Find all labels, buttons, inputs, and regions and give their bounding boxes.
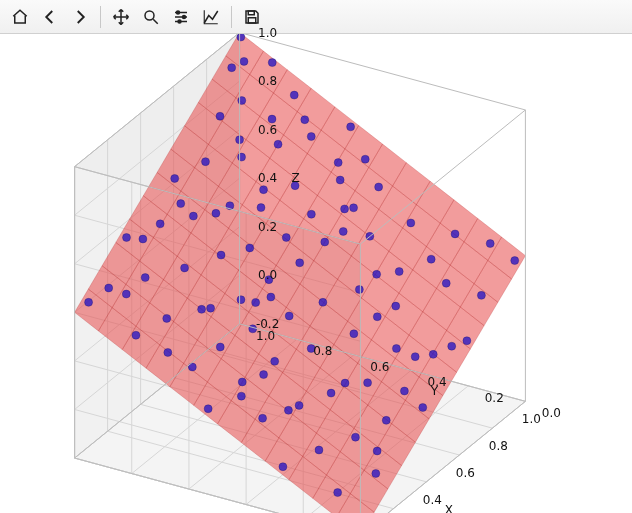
svg-point-239 — [373, 270, 381, 278]
home-button[interactable] — [6, 3, 34, 31]
svg-point-246 — [296, 259, 304, 267]
svg-point-244 — [486, 240, 494, 248]
back-button[interactable] — [36, 3, 64, 31]
svg-point-247 — [141, 274, 149, 282]
z-tick: 0.2 — [258, 220, 277, 234]
toolbar-separator — [100, 6, 101, 28]
svg-point-289 — [237, 34, 245, 41]
svg-point-245 — [105, 284, 113, 292]
svg-point-192 — [334, 489, 342, 497]
toolbar-separator — [231, 6, 232, 28]
svg-point-0 — [145, 11, 154, 20]
svg-point-277 — [274, 140, 282, 148]
svg-point-276 — [238, 153, 246, 161]
svg-point-283 — [216, 112, 224, 120]
svg-point-238 — [395, 268, 403, 276]
svg-point-225 — [477, 291, 485, 299]
svg-point-213 — [448, 342, 456, 350]
svg-point-224 — [392, 302, 400, 310]
svg-rect-4 — [248, 11, 254, 15]
svg-point-256 — [282, 233, 290, 241]
z-tick: 0.0 — [258, 268, 277, 282]
svg-point-229 — [163, 314, 171, 322]
z-axis-label: Z — [291, 171, 299, 185]
x-tick: 1.0 — [522, 412, 541, 426]
svg-point-197 — [351, 433, 359, 441]
svg-point-226 — [132, 331, 140, 339]
forward-button[interactable] — [66, 3, 94, 31]
svg-point-212 — [260, 371, 268, 379]
svg-point-214 — [463, 337, 471, 345]
svg-point-253 — [246, 244, 254, 252]
svg-point-207 — [237, 392, 245, 400]
svg-point-251 — [321, 238, 329, 246]
svg-point-243 — [122, 290, 130, 298]
svg-point-222 — [373, 313, 381, 321]
svg-point-231 — [198, 305, 206, 313]
svg-point-237 — [511, 257, 519, 265]
svg-point-3 — [178, 20, 181, 23]
svg-point-196 — [315, 446, 323, 454]
svg-point-278 — [307, 133, 315, 141]
svg-point-287 — [268, 59, 276, 67]
svg-point-199 — [419, 403, 427, 411]
svg-point-262 — [156, 220, 164, 228]
svg-point-264 — [257, 204, 265, 212]
svg-point-205 — [204, 405, 212, 413]
move-icon — [112, 8, 130, 26]
svg-point-220 — [216, 343, 224, 351]
svg-point-198 — [382, 416, 390, 424]
svg-point-288 — [240, 57, 248, 65]
svg-point-208 — [341, 379, 349, 387]
svg-point-267 — [375, 183, 383, 191]
zoom-button[interactable] — [137, 3, 165, 31]
x-tick: 0.4 — [423, 493, 442, 507]
svg-point-2 — [183, 15, 186, 18]
matplotlib-toolbar — [0, 0, 632, 34]
svg-point-227 — [285, 312, 293, 320]
svg-point-235 — [267, 293, 275, 301]
svg-rect-5 — [248, 17, 256, 22]
svg-point-268 — [177, 200, 185, 208]
arrow-right-icon — [71, 8, 89, 26]
arrow-left-icon — [41, 8, 59, 26]
y-tick: 0.6 — [370, 360, 389, 374]
home-icon — [11, 8, 29, 26]
svg-point-210 — [429, 350, 437, 358]
svg-point-202 — [295, 401, 303, 409]
svg-point-215 — [392, 344, 400, 352]
svg-point-257 — [139, 235, 147, 243]
svg-point-265 — [212, 209, 220, 217]
chart-line-icon — [202, 8, 220, 26]
svg-point-204 — [327, 389, 335, 397]
x-tick: 0.6 — [456, 466, 475, 480]
y-tick: 1.0 — [256, 329, 275, 343]
plot-svg — [0, 34, 632, 513]
svg-point-248 — [181, 264, 189, 272]
svg-point-255 — [339, 227, 347, 235]
sliders-icon — [172, 8, 190, 26]
svg-point-275 — [201, 158, 209, 166]
svg-point-216 — [271, 357, 279, 365]
svg-point-258 — [307, 210, 315, 218]
svg-point-272 — [361, 155, 369, 163]
z-tick: -0.2 — [256, 317, 279, 331]
z-tick: 1.0 — [258, 26, 277, 40]
y-axis-label: Y — [431, 384, 438, 398]
svg-point-1 — [177, 11, 180, 14]
y-tick: 0.8 — [313, 344, 332, 358]
svg-point-273 — [334, 159, 342, 167]
svg-point-236 — [237, 296, 245, 304]
pan-button[interactable] — [107, 3, 135, 31]
svg-point-211 — [411, 353, 419, 361]
edit-button[interactable] — [197, 3, 225, 31]
subplots-button[interactable] — [167, 3, 195, 31]
svg-point-209 — [238, 378, 246, 386]
svg-point-203 — [400, 387, 408, 395]
z-tick: 0.8 — [258, 74, 277, 88]
plot-canvas[interactable]: 0.00.20.40.60.81.00.00.20.40.60.81.0-0.2… — [0, 34, 632, 513]
svg-point-281 — [301, 116, 309, 124]
svg-point-260 — [350, 204, 358, 212]
svg-point-285 — [238, 97, 246, 105]
svg-point-206 — [364, 379, 372, 387]
